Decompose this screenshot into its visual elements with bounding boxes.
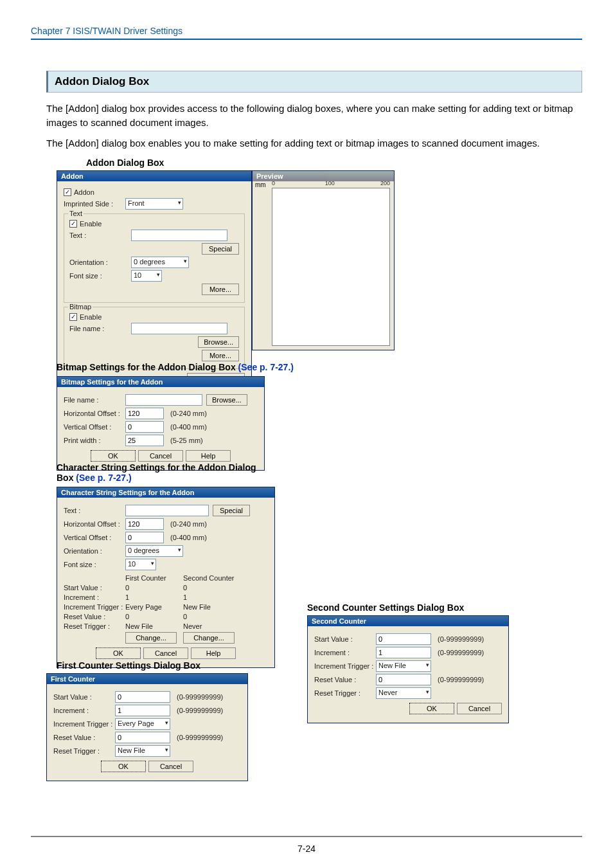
ruler-horizontal: 0 100 200	[272, 180, 390, 188]
ctr1-sv-input[interactable]	[115, 691, 170, 703]
addon-label: Addon	[74, 188, 94, 196]
b-filename-label: File name :	[64, 396, 125, 404]
b-width-label: Print width :	[64, 437, 125, 444]
tick-200: 200	[380, 180, 390, 186]
ctr2-rv-range: (0-999999999)	[438, 676, 484, 683]
b-browse-button[interactable]: Browse...	[206, 394, 247, 406]
ctr2-rv-label: Reset Value :	[314, 676, 376, 683]
b-voff-range: (0-400 mm)	[170, 423, 207, 431]
c-font-label: Font size :	[64, 561, 125, 568]
c-rt-1: New File	[125, 622, 183, 630]
page-number: 7-24	[0, 844, 613, 854]
ctr2-cancel-button[interactable]: Cancel	[457, 703, 502, 714]
b-filename-input[interactable]	[125, 394, 202, 406]
b-hoff-input[interactable]	[125, 408, 164, 419]
c-text-input[interactable]	[125, 505, 209, 516]
b-width-input[interactable]	[125, 435, 164, 446]
bitmap-more-button[interactable]: More...	[202, 350, 239, 361]
preview-canvas	[272, 188, 390, 346]
c-rv-label: Reset Value :	[64, 613, 125, 620]
bitmap-enable-checkbox[interactable]: ✓	[69, 313, 77, 321]
ctr1-it-select[interactable]: Every Page	[115, 718, 170, 730]
ctr2-inc-range: (0-999999999)	[438, 649, 484, 656]
ctr1-rv-range: (0-999999999)	[177, 734, 223, 741]
c-special-button[interactable]: Special	[213, 505, 250, 516]
b-cancel-button[interactable]: Cancel	[138, 450, 183, 462]
c-inc-1: 1	[125, 593, 183, 601]
c-cancel-button[interactable]: Cancel	[143, 647, 188, 659]
ctr1-rt-select[interactable]: New File	[115, 745, 170, 757]
filename-input[interactable]	[131, 323, 227, 334]
ctr2-inc-label: Increment :	[314, 649, 376, 656]
c-inc-label: Increment :	[64, 593, 125, 601]
b-help-button[interactable]: Help	[186, 450, 231, 462]
ctr2-it-label: Increment Trigger :	[314, 662, 376, 670]
c-change-1-button[interactable]: Change...	[125, 632, 177, 644]
ctr2-inc-input[interactable]	[376, 647, 431, 658]
font-select[interactable]: 10	[131, 270, 162, 282]
first-counter-heading: First Counter Settings Dialog Box	[57, 660, 200, 671]
addon-title: Addon	[61, 172, 84, 180]
ctr1-ok-button[interactable]: OK	[101, 761, 146, 772]
ctr2-rv-input[interactable]	[376, 674, 431, 685]
bitmap-settings-heading: Bitmap Settings for the Addon Dialog Box…	[57, 362, 294, 372]
tick-100: 100	[325, 180, 335, 186]
c-sv-1: 0	[125, 584, 183, 592]
ctr1-cancel-button[interactable]: Cancel	[148, 761, 193, 772]
b-voff-input[interactable]	[125, 421, 164, 433]
ctr2-it-select[interactable]: New File	[376, 660, 431, 672]
ctr1-rv-label: Reset Value :	[53, 734, 115, 741]
ctr2-title: Second Counter	[312, 617, 366, 625]
c-first-counter-head: First Counter	[125, 574, 183, 582]
bitmap-enable-label: Enable	[80, 313, 102, 321]
ctr1-title: First Counter	[51, 675, 95, 683]
tick-0: 0	[272, 180, 275, 186]
c-voff-input[interactable]	[125, 532, 164, 543]
c-font-select[interactable]: 10	[125, 559, 156, 570]
browse-button[interactable]: Browse...	[198, 336, 239, 348]
addon-checkbox[interactable]: ✓	[64, 188, 71, 196]
bitmap-dlg-title: Bitmap Settings for the Addon	[61, 378, 163, 386]
c-rv-1: 0	[125, 613, 183, 620]
orientation-select[interactable]: 0 degrees	[131, 257, 189, 268]
c-sv-label: Start Value :	[64, 584, 125, 592]
b-voff-label: Vertical Offset :	[64, 423, 125, 431]
section-title: Addon Dialog Box	[46, 71, 582, 93]
ctr1-rv-input[interactable]	[115, 732, 170, 743]
ctr2-sv-label: Start Value :	[314, 635, 376, 643]
c-ok-button[interactable]: OK	[96, 647, 141, 659]
filename-label: File name :	[69, 325, 131, 332]
bitmap-settings-dialog: Bitmap Settings for the Addon File name …	[57, 376, 265, 471]
ctr2-rt-label: Reset Trigger :	[314, 689, 376, 697]
ctr2-ok-button[interactable]: OK	[409, 703, 454, 714]
c-change-2-button[interactable]: Change...	[183, 632, 235, 644]
ctr1-inc-input[interactable]	[115, 705, 170, 716]
c-hoff-input[interactable]	[125, 518, 164, 530]
second-counter-heading: Second Counter Settings Dialog Box	[307, 602, 464, 613]
text-enable-label: Enable	[80, 220, 102, 228]
text-input[interactable]	[131, 230, 227, 241]
text-label: Text :	[69, 231, 131, 239]
ctr2-sv-input[interactable]	[376, 633, 431, 645]
footer-rule	[31, 836, 582, 837]
c-orient-select[interactable]: 0 degrees	[125, 545, 183, 557]
c-help-button[interactable]: Help	[191, 647, 236, 659]
c-it-2: New File	[183, 603, 241, 611]
imprinted-side-select[interactable]: Front	[125, 198, 183, 210]
preview-title: Preview	[256, 172, 283, 180]
text-enable-checkbox[interactable]: ✓	[69, 220, 77, 228]
b-hoff-range: (0-240 mm)	[170, 410, 207, 417]
c-orient-label: Orientation :	[64, 547, 125, 555]
text-more-button[interactable]: More...	[202, 284, 239, 295]
c-rt-2: Never	[183, 622, 241, 630]
preview-window: Preview mm 0 100 200	[252, 170, 395, 350]
ctr1-inc-range: (0-999999999)	[177, 707, 223, 714]
b-ok-button[interactable]: OK	[91, 450, 136, 462]
ctr2-rt-select[interactable]: Never	[376, 687, 431, 699]
c-voff-label: Vertical Offset :	[64, 534, 125, 541]
ctr1-sv-range: (0-999999999)	[177, 693, 223, 701]
c-it-label: Increment Trigger :	[64, 603, 125, 611]
first-counter-dialog: First Counter Start Value :(0-999999999)…	[46, 673, 248, 781]
special-button[interactable]: Special	[202, 243, 239, 255]
c-second-counter-head: Second Counter	[183, 574, 241, 582]
